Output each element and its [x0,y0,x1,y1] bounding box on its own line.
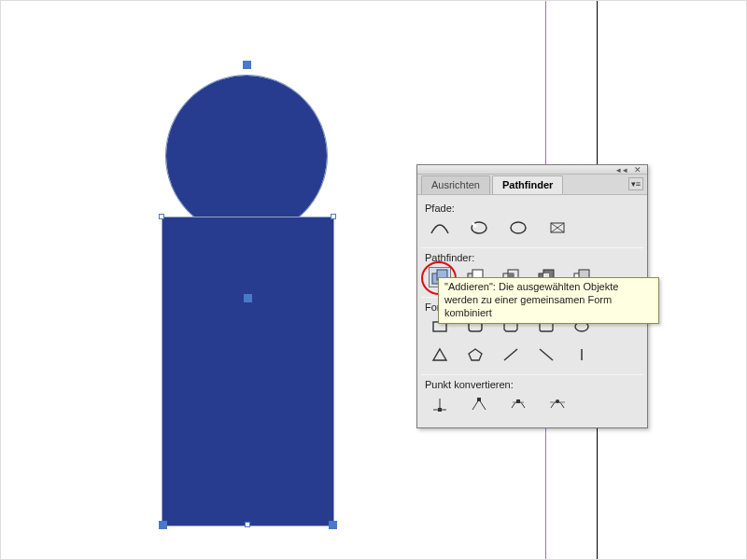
separator [421,247,643,248]
shape-polygon-icon [467,347,484,362]
selection-handle-top[interactable] [244,62,250,68]
panel-titlebar[interactable]: ◂◂ ✕ [417,165,647,175]
separator [421,374,643,375]
shape-triangle-icon [431,347,448,362]
svg-line-22 [504,349,517,360]
open-path-button[interactable] [468,217,490,238]
point-plain-icon [431,397,448,412]
tooltip: "Addieren": Die ausgewählten Objekte wer… [438,277,659,324]
anchor-bottom-mid[interactable] [245,522,250,527]
anchor-top-right[interactable] [331,214,336,219]
tab-pathfinder[interactable]: Pathfinder [492,175,563,194]
artwork-circle[interactable] [166,76,327,236]
selection-center[interactable] [245,295,251,301]
point-symmetric-button[interactable] [546,394,569,414]
svg-line-1 [472,223,476,227]
point-convert-row [425,392,640,420]
point-smooth-icon [510,397,527,412]
shape-polygon-button[interactable] [464,344,486,365]
reverse-path-icon [548,220,567,235]
svg-point-2 [511,222,526,233]
shape-triangle-button[interactable] [429,344,451,365]
tooltip-text: "Addieren": Die ausgewählten Objekte wer… [444,281,618,318]
svg-rect-30 [516,399,520,403]
svg-marker-20 [433,349,446,360]
reverse-path-button[interactable] [546,217,569,238]
anchor-top-left[interactable] [159,214,164,219]
point-convert-label: Punkt konvertieren: [425,379,640,390]
shape-diagline-icon [538,347,555,362]
svg-line-23 [540,349,553,360]
paths-section-label: Pfade: [425,203,640,214]
join-path-button[interactable] [429,217,451,238]
point-symmetric-icon [549,397,566,412]
shape-diagline-button[interactable] [535,344,557,365]
panel-tabs: Ausrichten Pathfinder ▾≡ [417,175,647,195]
point-smooth-button[interactable] [507,394,529,414]
pathfinder-section-label: Pathfinder: [425,252,640,263]
close-path-button[interactable] [507,217,529,238]
shape-vline-button[interactable] [571,344,593,365]
point-corner-button[interactable] [468,394,490,414]
panel-collapse-close-icon[interactable]: ◂◂ ✕ [616,165,643,175]
panel-menu-button[interactable]: ▾≡ [628,177,643,190]
svg-rect-28 [477,398,481,401]
selection-handle-br[interactable] [330,522,336,528]
shape-line-icon [502,347,519,362]
svg-marker-21 [469,349,482,360]
open-path-icon [470,220,488,235]
close-path-icon [509,220,528,235]
selection-handle-bl[interactable] [160,522,166,528]
svg-rect-27 [438,408,442,412]
shape-line-button[interactable] [500,344,522,365]
join-path-icon [430,220,449,235]
point-plain-button[interactable] [429,394,451,414]
paths-row [425,216,640,244]
svg-point-32 [556,399,559,403]
shape-convert-row-2 [425,343,640,371]
shape-vline-icon [573,347,590,362]
tab-align[interactable]: Ausrichten [421,175,490,194]
artwork-rectangle[interactable] [162,217,333,525]
point-corner-icon [471,397,487,412]
